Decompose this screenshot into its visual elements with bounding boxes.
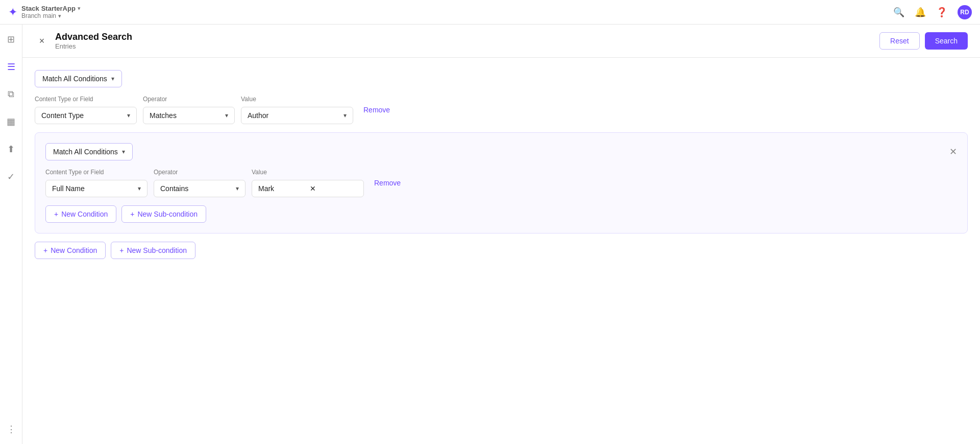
stack-branch-info: Stack StarterApp ▾ Branch main ▾ [21,5,81,19]
stack-label: Stack [21,5,39,12]
outer-field-value: Content Type [41,111,84,120]
outer-new-condition-label: New Condition [51,246,97,254]
inner-value-clear-icon[interactable]: ✕ [310,184,357,193]
sidebar-icon-upload[interactable]: ⬆ [4,141,18,158]
outer-operator-value: Matches [150,111,177,120]
panel-title: Advanced Search [55,32,132,42]
inner-operator-label: Operator [154,169,246,176]
panel-header-left: × Advanced Search Entries [35,32,132,50]
inner-value-group: Value Mark ✕ [252,169,364,197]
sidebar-icon-checklist[interactable]: ✓ [4,168,18,185]
inner-operator-group: Operator Contains ▾ [154,169,246,197]
inner-new-sub-condition-plus-icon: + [130,210,134,218]
inner-new-condition-button[interactable]: + New Condition [45,205,116,223]
topbar: ✦ Stack StarterApp ▾ Branch main ▾ 🔍 🔔 ❓… [0,0,980,25]
outer-new-condition-button[interactable]: + New Condition [35,242,106,259]
topbar-right: 🔍 🔔 ❓ RD [893,5,972,19]
inner-value-text: Mark [258,184,306,193]
stack-chevron-icon[interactable]: ▾ [78,5,81,12]
outer-field-chevron-icon: ▾ [127,112,130,119]
outer-field-label: Content Type or Field [35,96,137,103]
sidebar-icon-filter[interactable]: ⋮ [4,420,19,438]
outer-operator-label: Operator [143,96,235,103]
content-area: Match All Conditions ▾ Content Type or F… [22,58,980,444]
inner-match-label: Match All Conditions [53,148,118,156]
inner-new-condition-plus-icon: + [54,210,58,218]
bell-icon[interactable]: 🔔 [915,7,926,18]
outer-value-select[interactable]: Author ▾ [241,107,353,124]
search-icon[interactable]: 🔍 [893,7,904,18]
panel-title-group: Advanced Search Entries [55,32,132,50]
inner-match-chevron-icon: ▾ [122,148,125,155]
panel-subtitle: Entries [55,42,132,50]
sidebar-icon-list[interactable]: ☰ [4,58,18,76]
sidebar-icon-grid[interactable]: ⊞ [4,31,18,48]
outer-match-chevron-icon: ▾ [111,75,114,82]
panel-header: × Advanced Search Entries Reset Search [22,25,980,58]
outer-operator-chevron-icon: ▾ [225,112,228,119]
inner-field-select[interactable]: Full Name ▾ [45,180,148,197]
inner-new-condition-label: New Condition [61,210,108,218]
outer-operator-group: Operator Matches ▾ [143,96,235,124]
outer-match-label: Match All Conditions [42,75,107,83]
outer-field-group: Content Type or Field Content Type ▾ [35,96,137,124]
outer-new-condition-plus-icon: + [43,246,47,254]
branch-name: main [43,12,56,19]
sidebar: ⊞ ☰ ⧉ ▦ ⬆ ✓ ⋮ [0,25,22,444]
inner-operator-value: Contains [160,184,188,193]
inner-field-group: Content Type or Field Full Name ▾ [45,169,148,197]
topbar-left: ✦ Stack StarterApp ▾ Branch main ▾ [8,5,81,19]
outer-value-chevron-icon: ▾ [344,112,347,119]
inner-condition-actions: + New Condition + New Sub-condition [45,205,957,223]
outer-condition-row: Content Type or Field Content Type ▾ Ope… [35,96,968,124]
avatar[interactable]: RD [958,5,972,19]
inner-new-sub-condition-button[interactable]: + New Sub-condition [121,205,206,223]
outer-new-sub-condition-plus-icon: + [119,246,124,254]
inner-new-sub-condition-label: New Sub-condition [137,210,198,218]
inner-field-chevron-icon: ▾ [138,185,141,192]
close-button[interactable]: × [35,34,49,48]
inner-close-button[interactable]: ✕ [949,146,957,157]
inner-match-dropdown[interactable]: Match All Conditions ▾ [45,143,133,160]
outer-condition-actions: + New Condition + New Sub-condition [35,242,968,259]
outer-operator-select[interactable]: Matches ▾ [143,107,235,124]
outer-new-sub-condition-button[interactable]: + New Sub-condition [111,242,195,259]
branch-label: Branch [21,12,41,19]
inner-value-label: Value [252,169,364,176]
outer-field-select[interactable]: Content Type ▾ [35,107,137,124]
inner-condition-box: Match All Conditions ▾ ✕ Content Type or… [35,132,968,233]
outer-remove-button[interactable]: Remove [359,102,394,118]
inner-operator-select[interactable]: Contains ▾ [154,180,246,197]
inner-remove-button[interactable]: Remove [370,175,405,191]
inner-value-input[interactable]: Mark ✕ [252,180,364,197]
inner-condition-row: Content Type or Field Full Name ▾ Operat… [45,169,957,197]
brand-icon: ✦ [8,6,17,19]
stack-name: StarterApp [41,5,76,12]
outer-value-label: Value [241,96,353,103]
branch-chevron-icon[interactable]: ▾ [58,13,61,19]
inner-field-value: Full Name [52,184,85,193]
outer-value-group: Value Author ▾ [241,96,353,124]
inner-field-label: Content Type or Field [45,169,148,176]
main: × Advanced Search Entries Reset Search M… [22,25,980,444]
help-icon[interactable]: ❓ [936,7,947,18]
inner-operator-chevron-icon: ▾ [236,185,239,192]
outer-match-dropdown[interactable]: Match All Conditions ▾ [35,70,122,87]
sidebar-icon-layers[interactable]: ⧉ [5,86,17,103]
sidebar-icon-blocks[interactable]: ▦ [4,113,18,130]
layout: ⊞ ☰ ⧉ ▦ ⬆ ✓ ⋮ × Advanced Search Entries … [0,25,980,444]
reset-button[interactable]: Reset [879,32,920,50]
outer-value-value: Author [248,111,268,120]
search-button[interactable]: Search [925,32,968,50]
outer-new-sub-condition-label: New Sub-condition [127,246,187,254]
header-actions: Reset Search [879,32,968,50]
